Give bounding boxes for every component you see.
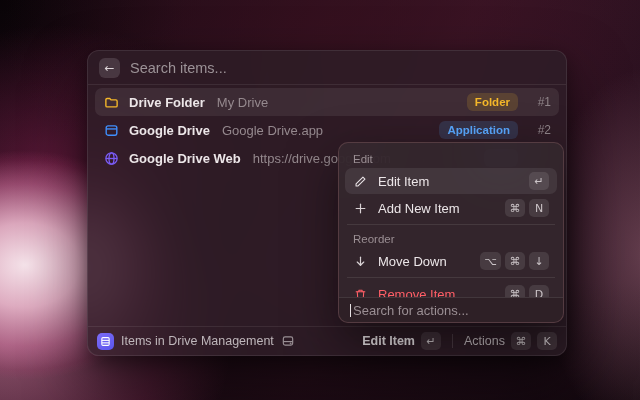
section-header-reorder: Reorder <box>345 228 557 248</box>
type-badge: Folder <box>467 93 518 111</box>
key-k: K <box>537 332 557 350</box>
item-subtitle: Google Drive.app <box>222 123 439 138</box>
action-edit-item[interactable]: Edit Item ↵ <box>345 168 557 194</box>
action-add-new-item[interactable]: Add New Item ⌘ N <box>345 195 557 221</box>
actions-menu-button[interactable]: Actions ⌘ K <box>464 332 557 350</box>
statusbar-divider <box>452 334 453 348</box>
drive-icon <box>281 334 295 348</box>
key-cmd: ⌘ <box>505 252 525 270</box>
text-caret <box>350 304 351 317</box>
item-title: Google Drive Web <box>129 151 241 166</box>
source-label: Items in Drive Management <box>121 334 274 348</box>
arrow-down-icon <box>353 254 368 269</box>
trash-icon <box>353 287 368 298</box>
status-bar: Items in Drive Management Edit Item ↵ Ac… <box>88 326 566 355</box>
back-arrow-icon: ← <box>104 62 114 74</box>
action-search-field[interactable]: Search for actions... <box>339 297 563 322</box>
key-arrow-down: ↓ <box>529 252 549 270</box>
key-cmd: ⌘ <box>505 199 525 217</box>
key-option: ⌥ <box>480 252 501 270</box>
key-n: N <box>529 199 549 217</box>
back-button[interactable]: ← <box>99 58 120 78</box>
action-search-placeholder: Search for actions... <box>353 303 469 318</box>
app-window-icon <box>103 122 119 138</box>
launcher-window: ← Search items... Drive Folder My Drive … <box>87 50 567 356</box>
section-divider <box>347 277 555 278</box>
globe-icon <box>103 150 119 166</box>
folder-icon <box>103 94 119 110</box>
action-panel-list: Edit Edit Item ↵ Add New Item ⌘ N <box>339 143 563 297</box>
key-d: D <box>529 285 549 297</box>
item-title: Google Drive <box>129 123 210 138</box>
search-bar: ← Search items... <box>88 51 566 85</box>
key-cmd: ⌘ <box>511 332 531 350</box>
primary-action-label: Edit Item <box>362 334 415 348</box>
action-label: Add New Item <box>378 201 495 216</box>
section-divider <box>347 224 555 225</box>
section-header-edit: Edit <box>345 148 557 168</box>
action-label: Remove Item <box>378 287 495 298</box>
key-return: ↵ <box>529 172 549 190</box>
action-panel: Edit Edit Item ↵ Add New Item ⌘ N <box>338 142 564 323</box>
type-badge: Application <box>439 121 518 139</box>
search-input[interactable]: Search items... <box>130 60 227 76</box>
pencil-icon <box>353 174 368 189</box>
item-subtitle: My Drive <box>217 95 467 110</box>
extension-icon <box>97 333 114 350</box>
action-remove-item[interactable]: Remove Item ⌘ D <box>345 281 557 297</box>
action-move-down[interactable]: Move Down ⌥ ⌘ ↓ <box>345 248 557 274</box>
key-cmd: ⌘ <box>505 285 525 297</box>
primary-action-button[interactable]: Edit Item ↵ <box>362 332 441 350</box>
action-label: Move Down <box>378 254 470 269</box>
plus-icon <box>353 201 368 216</box>
actions-label: Actions <box>464 334 505 348</box>
rank-label: #1 <box>527 95 551 109</box>
action-label: Edit Item <box>378 174 519 189</box>
item-title: Drive Folder <box>129 95 205 110</box>
list-item-google-drive[interactable]: Google Drive Google Drive.app Applicatio… <box>95 116 559 144</box>
list-item-drive-folder[interactable]: Drive Folder My Drive Folder #1 <box>95 88 559 116</box>
key-return: ↵ <box>421 332 441 350</box>
rank-label: #2 <box>527 123 551 137</box>
